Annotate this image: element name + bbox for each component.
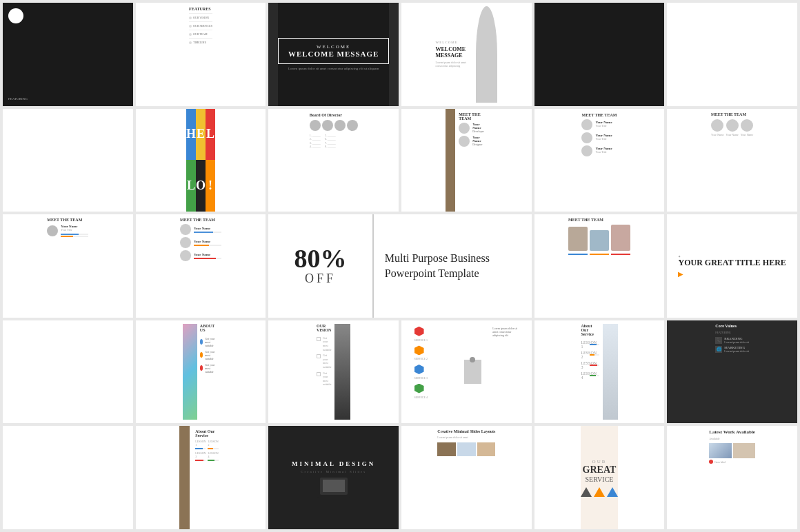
slide-welcome[interactable]: WELCOME WELCOME MESSAGE Lorem ipsum dolo… bbox=[268, 3, 399, 106]
promo-percent: 80% bbox=[294, 245, 347, 272]
slide-meet-team-list[interactable]: MEET THE TEAM Your NameYour Title Your N… bbox=[534, 109, 665, 212]
mtpg-n2: Your Name bbox=[194, 240, 221, 243]
dot4-label: TIMELINE bbox=[193, 41, 206, 44]
vc1 bbox=[317, 337, 321, 341]
gs-service: SERVICE bbox=[586, 475, 614, 483]
core-title: Core Values bbox=[715, 324, 749, 328]
slide-meet-team-photos[interactable]: MEET THE TEAM bbox=[534, 214, 665, 318]
lw-sub: Available bbox=[709, 437, 755, 440]
slide-photo-grid[interactable] bbox=[667, 3, 797, 106]
slide-features[interactable]: FEATURES OUR VISION OUR SERVICES OUR TEA… bbox=[136, 3, 266, 106]
tri3 bbox=[607, 487, 618, 497]
about-icon-2 bbox=[200, 352, 203, 358]
md-title: MINIMAL DESIGN bbox=[292, 460, 375, 467]
slide-people-grid[interactable] bbox=[3, 109, 133, 212]
slide-services[interactable]: SERVICE 1 SERVICE 2 SERVICE 3 SERVICE 4 bbox=[401, 320, 532, 424]
meet-partial-title: MEET THE TEAM bbox=[711, 112, 753, 116]
vision-title: OUR VISION bbox=[317, 324, 332, 332]
tlr1: Your Title bbox=[595, 124, 612, 128]
tn1: Your Name bbox=[472, 123, 484, 130]
mtph-p1 bbox=[568, 227, 588, 251]
slide-latest-work[interactable]: Latest Work Available Available Item lab… bbox=[667, 426, 797, 529]
mtpg-n3: Your Name bbox=[194, 253, 221, 256]
mpa1 bbox=[711, 119, 723, 132]
dot3 bbox=[189, 33, 192, 36]
mpn2: Your Name bbox=[726, 133, 738, 137]
hello-o: O bbox=[196, 160, 206, 212]
slide-meet-team-progress[interactable]: MEET THE TEAM Your Name Your Name Your N… bbox=[136, 214, 266, 318]
slide-logo[interactable]: FEATURING bbox=[3, 3, 133, 106]
gs-our: OUR bbox=[592, 459, 607, 464]
dot1 bbox=[189, 17, 192, 19]
ti2: Designer bbox=[472, 143, 484, 146]
mtsm-a1 bbox=[47, 225, 58, 236]
slide-landscape[interactable] bbox=[3, 320, 133, 424]
mtph-title: MEET THE TEAM bbox=[568, 218, 630, 222]
yg-title: YOUR GREAT TITLE HERE bbox=[678, 258, 786, 267]
lw-img1 bbox=[709, 443, 731, 458]
tri1 bbox=[581, 487, 592, 497]
sn3: LESSON 3 bbox=[581, 361, 588, 369]
md-sub: Creative Minimal Slides bbox=[301, 470, 366, 473]
core-featuring: FEATURING bbox=[715, 331, 749, 334]
cit1: Lorem ipsum dolor sit bbox=[724, 340, 749, 344]
bar3 bbox=[611, 254, 630, 255]
mtph-p2 bbox=[590, 230, 609, 251]
welcome-msg: WELCOME MESSAGE bbox=[435, 46, 472, 59]
slide-board[interactable]: Board Of Director 1. ______ 2. ______ 3.… bbox=[268, 109, 399, 212]
board-title: Board Of Director bbox=[310, 113, 358, 117]
slide-about-service-2[interactable]: About Our Service LESSON 1 LESSON 2 LESS… bbox=[136, 426, 266, 529]
slide-about-us[interactable]: ABOUT US Get your most suitable Get your… bbox=[136, 320, 266, 424]
welcome-sub: Lorem ipsum dolor sit amet consectetur a… bbox=[288, 67, 379, 70]
hello-l2: L bbox=[186, 160, 196, 212]
photo-placeholder bbox=[476, 6, 497, 103]
promo-title: Multi Purpose Business Powerpoint Templa… bbox=[385, 251, 521, 282]
hex3 bbox=[414, 365, 424, 374]
slide-welcome-photo[interactable]: WELCOME WELCOME MESSAGE Lorem ipsum dolo… bbox=[401, 3, 532, 106]
dot1-label: OUR VISION bbox=[193, 16, 209, 19]
slide-creative-1[interactable]: Creative Minimal Slides Layouts Lorem ip… bbox=[401, 426, 532, 529]
sn2: LESSON 2 bbox=[581, 351, 588, 359]
tlr3: Your Title bbox=[595, 150, 612, 154]
adl1: LESSON 1 bbox=[195, 440, 206, 447]
features-title: FEATURES bbox=[189, 7, 212, 11]
slide-hello[interactable]: H E L L O ! bbox=[136, 109, 266, 212]
mtsm-r1: Your Title bbox=[61, 228, 88, 232]
lw-title: Latest Work Available bbox=[709, 429, 755, 435]
board-num6: 6. ______ bbox=[325, 137, 336, 141]
welcome-box: WELCOME WELCOME MESSAGE bbox=[278, 38, 389, 64]
about-text-3: Get your most suitable bbox=[205, 363, 219, 374]
board-avatar-3 bbox=[334, 120, 346, 131]
cr1-title: Creative Minimal Slides Layouts bbox=[437, 429, 495, 433]
lw-item: Item label bbox=[709, 460, 731, 464]
slide-meet-team-sm[interactable]: MEET THE TEAM Your Name Your Title bbox=[3, 214, 133, 318]
dot4 bbox=[189, 41, 192, 44]
slide-our-vision[interactable]: OUR VISION Get your most suitable Get yo… bbox=[268, 320, 399, 424]
gs-great: GREAT bbox=[583, 464, 617, 475]
adl4: LESSON 4 bbox=[208, 451, 218, 458]
main-grid: FEATURING FEATURES OUR VISION OUR SERVIC… bbox=[0, 0, 800, 532]
slide-core-values[interactable]: Core Values FEATURING 📞 BRANDING Lorem i… bbox=[667, 320, 797, 424]
service-laptop-bg bbox=[603, 324, 618, 420]
adl2: LESSON 2 bbox=[208, 440, 218, 447]
svc4: SERVICE 4 bbox=[414, 396, 428, 400]
lw-text: Item label bbox=[714, 460, 726, 464]
about-text-2: Get your most suitable bbox=[205, 350, 219, 360]
slide-meet-team-photo[interactable]: MEET THE TEAM Your Name Developer Your N… bbox=[401, 109, 532, 212]
slide-meet-team-partial[interactable]: MEET THE TEAM Your Name Your Name Your N… bbox=[667, 109, 797, 212]
vc3 bbox=[317, 372, 321, 376]
cit2: Lorem ipsum dolor sit bbox=[724, 349, 749, 353]
slide-minimal-design[interactable]: MINIMAL DESIGN Creative Minimal Slides bbox=[268, 426, 399, 529]
slide-your-great[interactable]: ✦ YOUR GREAT TITLE HERE ▶ bbox=[667, 214, 797, 318]
ci2: 🌐 bbox=[715, 346, 722, 353]
slide-about-service[interactable]: About Our Service LESSON 1 LESSON 2 LESS… bbox=[534, 320, 665, 424]
ti1: Developer bbox=[472, 130, 484, 133]
slide-dark-diagonal[interactable]: WELCOME MESSAGE bbox=[534, 3, 665, 106]
md-screen bbox=[323, 480, 345, 492]
slide-our-great-service[interactable]: OUR GREAT SERVICE bbox=[534, 426, 665, 529]
slide-promo[interactable]: 80% OFF Multi Purpose Business Powerpoin… bbox=[268, 214, 531, 318]
slide-night-landscape[interactable] bbox=[3, 426, 133, 529]
logo-text: FEATURING bbox=[8, 97, 28, 101]
mtph-p3 bbox=[611, 225, 630, 251]
bar2 bbox=[590, 254, 609, 255]
